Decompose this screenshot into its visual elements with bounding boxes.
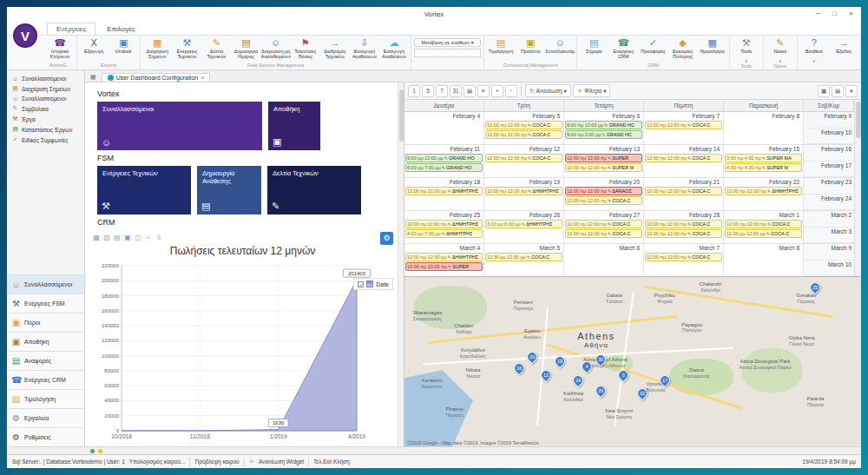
assignment-search-input[interactable] bbox=[414, 49, 481, 57]
ribbon-button[interactable]: ▦ Διαχείριση Σημείων bbox=[142, 36, 172, 62]
scheduler-day-cell[interactable]: February 26 3:00 μμ 8:00 μμ ✎ bbox=[484, 211, 564, 243]
scheduler-day-cell[interactable]: February 21 12:00 πμ 12:00 πμ ✎ bbox=[644, 178, 724, 210]
ribbon-button[interactable]: ◆ Ευκαιρίες Πώλησης bbox=[667, 36, 697, 62]
appointment-chip[interactable]: 12:00 πμ 12:00 πμ ✎ ΔΗΜΗΤΡΗΣ bbox=[485, 187, 562, 195]
sidebar-item[interactable]: ▦ Διαχείριση Σημείων bbox=[9, 83, 82, 94]
sidebar-nav-item[interactable]: ⚙ Εργαλεία bbox=[7, 408, 84, 427]
scheduler-day-cell[interactable]: February 4 bbox=[404, 112, 484, 144]
scheduler-day-cell[interactable]: March 6 bbox=[564, 244, 644, 276]
scheduler-view-icon[interactable]: ▤ bbox=[464, 85, 476, 97]
ribbon-button[interactable]: ✎ Notes ▾ bbox=[766, 36, 795, 63]
dashboard-scrollbar[interactable] bbox=[398, 82, 404, 446]
scheduler-option-icon[interactable]: ▦ bbox=[818, 85, 830, 97]
widget-refresh-status[interactable]: Ανανέωση Widget bbox=[259, 459, 304, 465]
map-marker-pin[interactable]: 25 bbox=[808, 280, 823, 294]
dashboard-tile[interactable]: Αποθήκη ▣ bbox=[268, 102, 320, 150]
ribbon-button[interactable]: → Έξοδος bbox=[829, 36, 858, 63]
ribbon-button[interactable]: X Εξαγωγή bbox=[79, 36, 108, 62]
scheduler-day-cell[interactable]: February 7 12:00 πμ 12:00 πμ ✎ bbox=[644, 112, 724, 144]
scheduler-day-cell[interactable]: February 13 12:00 πμ 12:00 πμ ✎ bbox=[564, 145, 644, 177]
ribbon-button[interactable]: ▣ Undock bbox=[108, 36, 138, 62]
scheduler-day-cell[interactable]: February 22 12:00 πμ 12:00 πμ ✎ bbox=[724, 178, 804, 210]
sidebar-nav-item[interactable]: ☎ Ενέργειες CRM bbox=[7, 370, 84, 389]
appointment-chip[interactable]: 10:00 πμ 10:00 πμ ✎ SUPER bbox=[405, 262, 483, 271]
ribbon-tab[interactable]: Επιλογές bbox=[97, 23, 144, 35]
ribbon-button[interactable]: ⚒ Ενέργειες Τεχνικών bbox=[172, 36, 201, 62]
appointment-chip[interactable]: 12:00 πμ 12:00 πμ ✎ COCA C bbox=[645, 253, 722, 261]
ribbon-button[interactable]: ☺ Διαχείριση μη Ανατεθειμένων bbox=[261, 36, 291, 62]
appointment-chip[interactable]: 12:00 πμ 12:00 πμ ✎ COCA C bbox=[565, 229, 642, 238]
appointment-chip[interactable]: 3:00 μμ 8:00 μμ ✎ ΔΗΜΗΤΡΗΣ bbox=[485, 220, 562, 228]
scheduler-weekend-cell[interactable]: February 16 February 17 bbox=[804, 145, 854, 177]
scheduler-view-icon[interactable]: 5 bbox=[422, 85, 434, 97]
appointment-chip[interactable]: 12:00 πμ 12:00 πμ ✎ ΔΗΜΗΤΡΗΣ bbox=[725, 187, 802, 195]
minimize-button[interactable]: ─ bbox=[810, 7, 826, 21]
ribbon-button[interactable]: → Διαδρομές Τεχνικών bbox=[320, 36, 350, 62]
scheduler-weekend-cell[interactable]: March 2 March 3 bbox=[804, 211, 854, 243]
appointment-chip[interactable]: 12:00 πμ 12:00 πμ ✎ COCA C bbox=[725, 220, 802, 228]
ribbon-button[interactable]: ✓ Προσφορές bbox=[638, 36, 667, 62]
ribbon-button[interactable]: ✎ Δελτία Τεχνικών bbox=[201, 36, 231, 62]
filters-button[interactable]: ▼ Φίλτρα ▾ bbox=[573, 84, 611, 97]
ribbon-button[interactable]: ☺ Συναλλασσόμενοι bbox=[545, 36, 575, 62]
appointment-chip[interactable]: 12:00 πμ 12:00 πμ ✎ ΔΑΝΑΟΣ bbox=[565, 187, 642, 195]
appointment-chip[interactable]: 12:00 πμ 12:00 μμ ✎ ΔΗΜΗΤΡΗΣ bbox=[405, 187, 483, 195]
appointment-chip[interactable]: 12:00 πμ 12:00 πμ ✎ COCA C bbox=[645, 187, 722, 195]
scheduler-day-cell[interactable]: March 4 12:00 πμ 12:30 μμ ✎ bbox=[404, 244, 484, 276]
appointment-chip[interactable]: 12:00 πμ 12:00 πμ ✎ COCA C bbox=[485, 130, 562, 139]
scheduler-option-icon[interactable]: ▾ bbox=[845, 85, 858, 97]
scheduler-scrollbar[interactable] bbox=[854, 100, 861, 276]
ribbon-button[interactable]: ▣ Προϊόντα bbox=[516, 36, 545, 62]
refresh-button[interactable]: ↻ Ανανέωση ▾ bbox=[525, 84, 571, 97]
scheduler-day-cell[interactable]: March 7 12:00 πμ 12:00 πμ ✎ bbox=[644, 244, 724, 276]
sidebar-nav-item[interactable]: ▣ Πόροι bbox=[7, 313, 84, 332]
appointment-chip[interactable]: 12:00 πμ 12:30 μμ ✎ ΔΗΜΗΤΡΗΣ bbox=[405, 253, 483, 261]
appointment-chip[interactable]: 12:00 πμ 12:00 πμ ✎ COCA C bbox=[565, 220, 642, 228]
scheduler-day-cell[interactable]: February 14 12:00 πμ 12:00 πμ ✎ bbox=[644, 145, 724, 177]
ribbon-tab[interactable]: Ενέργειες bbox=[47, 23, 95, 35]
ribbon-button[interactable]: ☎ Ιστορικό Κλήσεων bbox=[45, 36, 75, 62]
scheduler-weekend-cell[interactable]: March 9 March 10 bbox=[804, 244, 854, 276]
ribbon-button[interactable]: ▤ Δημιουργία Ημέρας bbox=[231, 36, 260, 62]
scheduler-day-cell[interactable]: February 27 12:00 πμ 12:00 πμ ✎ bbox=[564, 211, 644, 243]
appointment-chip[interactable]: 10:00 πμ 11:00 πμ ✎ ΔΗΜΗΤΡΗΣ bbox=[405, 220, 483, 228]
dashboard-tile[interactable]: Συναλλασσόμενοι ☺ bbox=[97, 102, 262, 150]
dashboard-tile[interactable]: Ενέργειες Τεχνικών ⚒ bbox=[97, 166, 191, 214]
scheduler-day-cell[interactable]: February 6 9:00 πμ 12:00 μμ ✎ bbox=[564, 112, 644, 144]
ribbon-button[interactable]: ⇩ Εισαγωγή Αναθέσεων από ERP bbox=[350, 36, 379, 62]
ribbon-button[interactable]: ▤ Σήμερα bbox=[579, 36, 608, 62]
sidebar-item[interactable]: ☺ Συναλλασσόμενοι bbox=[9, 74, 82, 83]
map-widget[interactable]: Athens Αθήνα Skaramagas Σκαραμαγκάς Peri… bbox=[404, 277, 861, 446]
sidebar-nav-item[interactable]: ⚙ Ρυθμίσεις bbox=[7, 427, 84, 446]
ribbon-button[interactable]: ⚒ Tools ▾ bbox=[732, 36, 761, 63]
appointment-chip[interactable]: 12:00 πμ 12:00 πμ ✎ COCA C bbox=[645, 229, 722, 238]
appointment-chip[interactable]: 5:00 μμ 12:00 μμ ✎ GRAND HO bbox=[405, 154, 483, 162]
chart-settings-button[interactable]: ⚙ bbox=[380, 232, 393, 245]
appointment-chip[interactable]: 3:30 πμ 4:30 πμ ✎ SUPER MA bbox=[725, 154, 802, 162]
goto-assignment-button[interactable]: Μετάβαση σε ανάθεση ▾ bbox=[414, 38, 481, 47]
appointment-chip[interactable]: 12:00 πμ 12:00 πμ ✎ SUPER M bbox=[565, 163, 642, 172]
scheduler-day-cell[interactable]: March 1 12:00 πμ 12:00 πμ ✎ bbox=[724, 211, 804, 243]
sidebar-item[interactable]: ✎ Σύμβολαια bbox=[9, 103, 82, 114]
map-marker-pin[interactable]: 16 bbox=[511, 361, 526, 376]
dashboard-home-icon[interactable]: ▦ bbox=[89, 74, 98, 82]
scheduler-view-icon[interactable]: ≡ bbox=[477, 85, 490, 97]
appointment-chip[interactable]: 12:00 πμ 12:00 πμ ✎ SUPER bbox=[565, 154, 642, 162]
sidebar-item[interactable]: ⚒ Έργα bbox=[9, 114, 82, 124]
appointment-chip[interactable]: 12:00 πμ 12:00 πμ ✎ COCA C bbox=[485, 154, 562, 162]
scheduler-day-cell[interactable]: February 11 5:00 μμ 12:00 μμ ✎ bbox=[404, 145, 484, 177]
scheduler-view-icon[interactable]: 31 bbox=[450, 85, 462, 97]
sidebar-nav-item[interactable]: ☺ Συναλλασσόμενοι bbox=[7, 274, 84, 294]
scheduler-view-icon[interactable]: − bbox=[505, 85, 517, 97]
scheduler-view-icon[interactable]: + bbox=[491, 85, 503, 97]
appointment-chip[interactable]: 9:00 πμ 12:00 μμ ✎ GRAND HC bbox=[565, 121, 642, 129]
sidebar-item[interactable]: ▤ Καταστάσεις Έργων bbox=[9, 124, 82, 135]
scheduler-option-icon[interactable]: ▤ bbox=[832, 85, 844, 97]
scheduler-day-cell[interactable]: February 25 10:00 πμ 11:00 πμ ✎ bbox=[404, 211, 484, 243]
sidebar-item[interactable]: ✓ Ειδικές Συμφωνίες bbox=[9, 135, 82, 145]
scheduler-view-icon[interactable]: 1 bbox=[408, 85, 420, 97]
appointment-chip[interactable]: 12:00 μμ 12:00 μμ ✎ COCA C bbox=[725, 229, 802, 238]
scheduler-day-cell[interactable]: February 8 bbox=[724, 112, 804, 144]
scheduler-day-cell[interactable]: February 12 12:00 πμ 12:00 πμ ✎ bbox=[484, 145, 564, 177]
chart-toolbar-icon[interactable]: ▤ bbox=[113, 234, 122, 242]
